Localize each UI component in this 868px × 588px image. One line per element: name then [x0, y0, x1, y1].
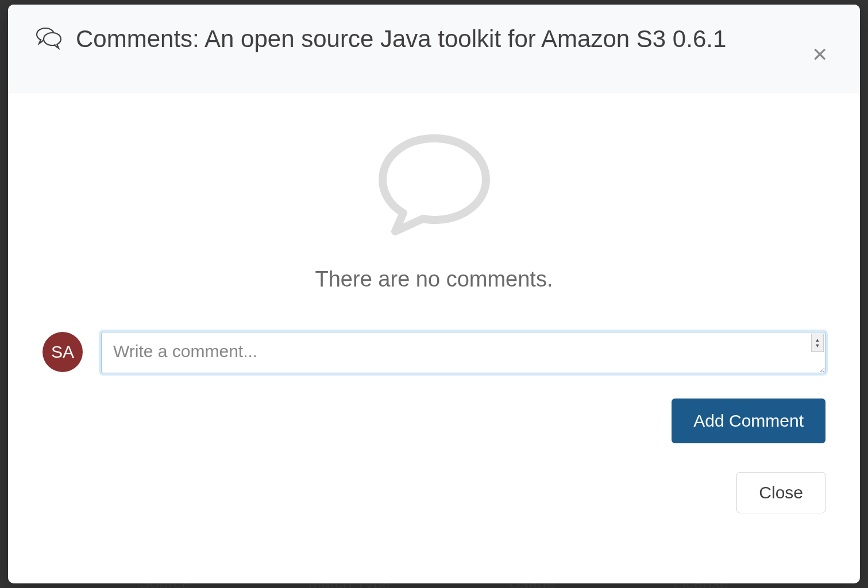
- comments-modal: Comments: An open source Java toolkit fo…: [8, 5, 860, 583]
- textarea-spinner[interactable]: [811, 334, 824, 352]
- user-avatar: SA: [43, 332, 83, 372]
- modal-footer: Close: [43, 472, 825, 513]
- speech-bubble-icon: [371, 127, 497, 244]
- add-comment-button[interactable]: Add Comment: [672, 399, 825, 443]
- svg-point-1: [44, 33, 61, 45]
- close-icon[interactable]: ✕: [807, 40, 832, 69]
- comment-input-row: SA: [43, 332, 825, 376]
- comments-icon: [36, 26, 62, 53]
- modal-title-wrap: Comments: An open source Java toolkit fo…: [36, 23, 807, 56]
- modal-body: There are no comments. SA Add Comment Cl…: [8, 92, 860, 583]
- comment-input[interactable]: [101, 332, 825, 373]
- empty-state-text: There are no comments.: [315, 267, 553, 292]
- action-row: Add Comment: [43, 399, 825, 443]
- modal-title: Comments: An open source Java toolkit fo…: [76, 23, 726, 56]
- empty-state: There are no comments.: [43, 127, 825, 292]
- close-button[interactable]: Close: [736, 472, 825, 513]
- comment-textarea-wrap: [101, 332, 825, 376]
- modal-header: Comments: An open source Java toolkit fo…: [8, 5, 860, 92]
